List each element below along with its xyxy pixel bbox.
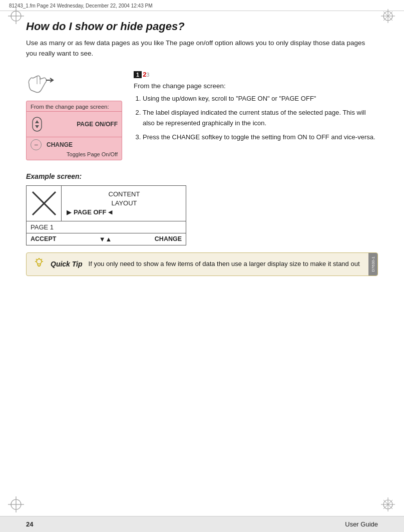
page-off-text: PAGE OFF xyxy=(74,208,106,216)
footer-guide-text: User Guide xyxy=(345,520,378,528)
nav-scroll-icon xyxy=(31,115,44,133)
pink-box-header: From the change page screen: xyxy=(27,101,122,112)
quick-tip-code: D7630-1 xyxy=(368,253,377,276)
hand-icon xyxy=(26,70,124,97)
minus-button-icon: − xyxy=(31,139,42,150)
footer-page-number: 24 xyxy=(26,520,33,528)
lightbulb-icon xyxy=(34,257,45,271)
step-2: The label displayed indicated the curren… xyxy=(143,108,378,128)
x-symbol xyxy=(31,190,58,217)
main-content: How do I show or hide pages? Use as many… xyxy=(0,11,404,276)
page-footer: 24 User Guide xyxy=(0,516,404,532)
corner-tr xyxy=(380,8,396,26)
page1-label: PAGE 1 xyxy=(31,223,54,231)
esb-top-row: CONTENT LAYOUT ▶ PAGE OFF ◀ xyxy=(27,186,186,221)
arrow-right-icon: ▶ xyxy=(67,208,72,216)
svg-point-19 xyxy=(37,259,42,264)
svg-line-24 xyxy=(36,259,37,260)
example-label: Example screen: xyxy=(26,172,378,180)
page: 81243_1.fm Page 24 Wednesday, December 2… xyxy=(0,0,404,532)
example-section: Example screen: CONTENT LAYOUT ▶ xyxy=(26,172,378,276)
corner-bl xyxy=(8,496,24,514)
pink-box-row-2: − CHANGE Toggles Page On/Off xyxy=(27,137,122,160)
example-screen-box: CONTENT LAYOUT ▶ PAGE OFF ◀ PAGE 1 xyxy=(26,185,186,245)
steps-intro: From the change page screen: xyxy=(134,82,378,90)
corner-br xyxy=(380,496,396,514)
meta-text: 81243_1.fm Page 24 Wednesday, December 2… xyxy=(9,3,152,9)
step-3: Press the CHANGE softkey to toggle the s… xyxy=(143,132,378,142)
step-1: Using the up/down key, scroll to "PAGE O… xyxy=(143,94,378,104)
two-col-section: From the change page screen: PAGE ON/OFF xyxy=(26,70,378,160)
intro-text: Use as many or as few data pages as you … xyxy=(26,38,366,59)
esb-x-area xyxy=(27,186,62,221)
content-label: CONTENT xyxy=(67,190,182,198)
steps-list: Using the up/down key, scroll to "PAGE O… xyxy=(134,94,378,142)
up-down-arrows-icon: ▼▲ xyxy=(99,235,112,243)
step-num-3: 3 xyxy=(146,72,149,78)
page-off-row: ▶ PAGE OFF ◀ xyxy=(67,208,182,216)
accept-label: ACCEPT xyxy=(31,235,56,242)
svg-rect-16 xyxy=(33,117,42,131)
quick-tip-code-text: D7630-1 xyxy=(371,256,375,272)
page-on-off-label: PAGE ON/OFF xyxy=(49,121,118,128)
svg-line-25 xyxy=(42,259,43,260)
quick-tip-bar: Quick Tip If you only need to show a few… xyxy=(26,252,378,276)
quick-tip-text: If you only need to show a few items of … xyxy=(89,259,360,269)
layout-label: LAYOUT xyxy=(67,199,182,207)
page-off-tri-icon: ◀ xyxy=(108,209,112,215)
step-num-1: 1 xyxy=(134,71,142,78)
esb-right-col: CONTENT LAYOUT ▶ PAGE OFF ◀ xyxy=(62,186,186,221)
right-column: 1 2 3 From the change page screen: Using… xyxy=(134,70,378,146)
esb-bottom-row: ACCEPT ▼▲ CHANGE xyxy=(27,233,186,245)
corner-tl xyxy=(8,8,24,26)
change-softkey-label: CHANGE xyxy=(155,235,182,242)
pink-instruction-box: From the change page screen: PAGE ON/OFF xyxy=(26,101,122,160)
step-num-2: 2 xyxy=(143,71,146,78)
page-title: How do I show or hide pages? xyxy=(26,20,378,33)
toggles-label: Toggles Page On/Off xyxy=(67,151,118,157)
meta-bar: 81243_1.fm Page 24 Wednesday, December 2… xyxy=(0,0,404,11)
left-column: From the change page screen: PAGE ON/OFF xyxy=(26,70,124,160)
quick-tip-label: Quick Tip xyxy=(51,260,83,268)
change-label: CHANGE xyxy=(47,141,73,148)
page1-row: PAGE 1 xyxy=(27,221,186,233)
step-badge: 1 2 3 xyxy=(134,71,149,78)
pink-box-row-1: PAGE ON/OFF xyxy=(27,112,122,137)
